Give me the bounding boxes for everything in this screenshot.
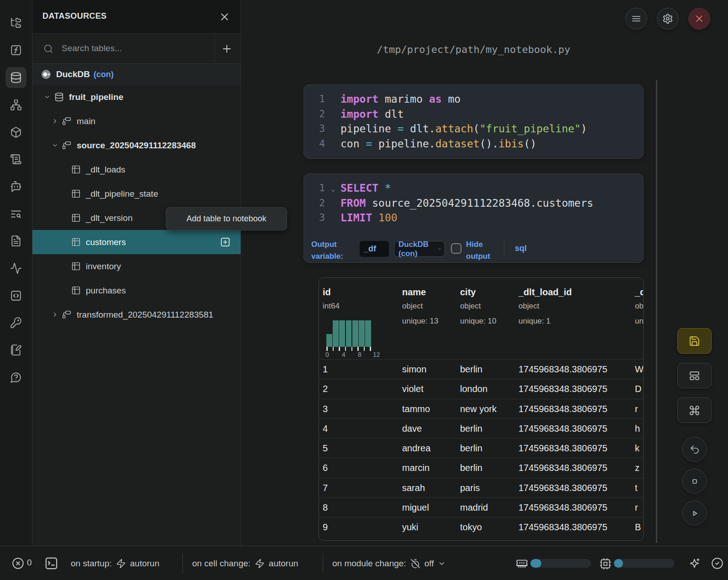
- cpu-meter: [614, 559, 675, 568]
- tree-item-_dlt_pipeline_state[interactable]: _dlt_pipeline_state: [32, 182, 241, 206]
- tree-item-label: inventory: [86, 261, 121, 272]
- rail-item-package[interactable]: [5, 122, 26, 143]
- table-cell: new york: [460, 399, 497, 419]
- table-row[interactable]: 4daveberlin1745968348.3806975h: [319, 418, 643, 438]
- timer-off-icon: [410, 559, 420, 569]
- column-type: object: [635, 302, 644, 311]
- close-panel-icon[interactable]: [219, 11, 230, 23]
- table-row[interactable]: 7sarahparis1745968348.3806975t: [319, 478, 643, 497]
- connected-check-icon[interactable]: [711, 557, 723, 570]
- table-row[interactable]: 9yukitokyo1745968348.3806975B: [319, 517, 643, 537]
- run-button[interactable]: [682, 501, 707, 526]
- tree-item-source_202504291112283468[interactable]: source_202504291112283468: [32, 133, 241, 157]
- table-row[interactable]: 5andreaberlin1745968348.3806975k: [319, 438, 643, 458]
- code-square-icon: [10, 290, 22, 302]
- add-table-button[interactable]: [220, 237, 230, 247]
- rail-item-file-tree[interactable]: [5, 12, 26, 33]
- rail-item-scratchpad[interactable]: [5, 340, 26, 361]
- table-cell: simon: [402, 360, 426, 379]
- panel-title: DATASOURCES: [42, 11, 107, 21]
- rail-item-chat-bot[interactable]: [5, 176, 26, 197]
- table-cell: h: [635, 419, 640, 439]
- rail-item-activity[interactable]: [5, 258, 26, 279]
- menu-button[interactable]: [625, 8, 647, 30]
- column-type: object: [402, 302, 423, 311]
- table-cell: r: [635, 498, 638, 517]
- settings-button[interactable]: [657, 8, 679, 30]
- connection-row[interactable]: DuckDB (con): [32, 64, 241, 85]
- chevron-right-icon[interactable]: [52, 311, 58, 318]
- shutdown-button[interactable]: [688, 8, 710, 30]
- on-cell-change-label: on cell change:: [192, 559, 251, 569]
- line-number: 4: [304, 136, 328, 152]
- tree-item-fruit_pipeline[interactable]: fruit_pipeline: [32, 85, 241, 109]
- table-cell: W: [635, 360, 644, 379]
- rail-item-function-square[interactable]: [5, 40, 26, 61]
- rail-item-help-circle[interactable]: [5, 367, 26, 388]
- table-cell: berlin: [460, 419, 482, 439]
- table-row[interactable]: 1simonberlin1745968348.3806975W: [319, 359, 643, 379]
- errors-icon[interactable]: [12, 557, 24, 570]
- rail-item-scroll[interactable]: [5, 149, 26, 170]
- tree-item-main[interactable]: main: [32, 109, 241, 133]
- tree-item-label: purchases: [86, 286, 126, 296]
- file-tree-icon: [10, 17, 22, 29]
- column-unique: unique: 13: [402, 317, 438, 326]
- engine-select[interactable]: DuckDB (con): [394, 241, 445, 257]
- on-module-change-setting[interactable]: on module change: off: [332, 546, 446, 580]
- layout-button[interactable]: [677, 363, 712, 388]
- chevron-down-icon[interactable]: [52, 142, 58, 149]
- chevron-down-icon[interactable]: [44, 94, 51, 100]
- search-input[interactable]: Search tables...: [62, 43, 122, 53]
- ai-sparkles-icon[interactable]: [688, 557, 701, 570]
- output-variable-input[interactable]: _df: [360, 241, 389, 257]
- add-datasource-button[interactable]: [221, 43, 233, 55]
- tree-item-inventory[interactable]: inventory: [32, 254, 241, 278]
- on-cell-change-setting[interactable]: on cell change: autorun: [192, 546, 298, 580]
- marimo-app: DATASOURCES Search tables... DuckDB (con…: [0, 0, 728, 580]
- table-cell: 1745968348.3806975: [519, 478, 608, 498]
- histogram-ticks: [326, 347, 371, 351]
- command-palette-button[interactable]: [677, 397, 712, 423]
- rail-item-key[interactable]: [5, 312, 26, 333]
- on-startup-setting[interactable]: on startup: autorun: [71, 546, 159, 580]
- terminal-icon[interactable]: [44, 556, 58, 570]
- table-cell: sarah: [402, 478, 425, 498]
- line-number: 3: [304, 121, 328, 136]
- rail-item-dependency-graph[interactable]: [5, 94, 26, 115]
- hide-output-checkbox[interactable]: [451, 243, 461, 254]
- result-table: idint64nameobjectunique: 13cityobjectuni…: [319, 277, 644, 541]
- stop-button[interactable]: [682, 469, 707, 494]
- table-cell: 1: [323, 360, 328, 379]
- hide-output-label: Hide output: [466, 239, 499, 262]
- tree-item-purchases[interactable]: purchases: [32, 278, 241, 303]
- table-row[interactable]: 6marcinberlin1745968348.3806975z: [319, 458, 643, 477]
- ram-meter: [530, 559, 591, 568]
- save-button[interactable]: [677, 328, 712, 354]
- code-cell-imports[interactable]: 1import marimo as mo2import dlt3pipeline…: [304, 84, 644, 159]
- error-count: 0: [27, 558, 32, 568]
- rail-item-database[interactable]: [5, 67, 26, 88]
- tree-item-transformed_202504291112283581[interactable]: transformed_202504291112283581: [32, 303, 241, 327]
- sql-editor[interactable]: 1⌄SELECT *2FROM source_20250429111228346…: [304, 174, 643, 225]
- table-row[interactable]: 3tammonew york1745968348.3806975r: [319, 399, 643, 418]
- main-scrollbar[interactable]: [656, 80, 657, 543]
- tree-item-customers[interactable]: customers: [32, 230, 241, 254]
- rail-item-log-search[interactable]: [5, 204, 26, 225]
- undo-button[interactable]: [682, 437, 707, 462]
- table-cell: k: [635, 439, 639, 458]
- tree-item-_dlt_loads[interactable]: _dlt_loads: [32, 157, 241, 182]
- table-row[interactable]: 8miguelmadrid1745968348.3806975r: [319, 497, 643, 517]
- rail-item-code-square[interactable]: [5, 285, 26, 306]
- column-unique: unique: 13: [635, 317, 644, 326]
- fold-chevron-icon[interactable]: ⌄: [331, 182, 335, 197]
- table-cell: andrea: [402, 439, 430, 458]
- sql-cell[interactable]: 1⌄SELECT *2FROM source_20250429111228346…: [304, 173, 644, 263]
- chevron-right-icon[interactable]: [52, 118, 58, 125]
- table-row[interactable]: 2violetlondon1745968348.3806975D: [319, 379, 643, 398]
- rail-item-document[interactable]: [5, 230, 26, 251]
- code-line: 3LIMIT 100: [304, 210, 643, 225]
- code-editor[interactable]: 1import marimo as mo2import dlt3pipeline…: [304, 85, 643, 151]
- table-icon: [71, 213, 81, 223]
- scroll-icon: [10, 153, 22, 165]
